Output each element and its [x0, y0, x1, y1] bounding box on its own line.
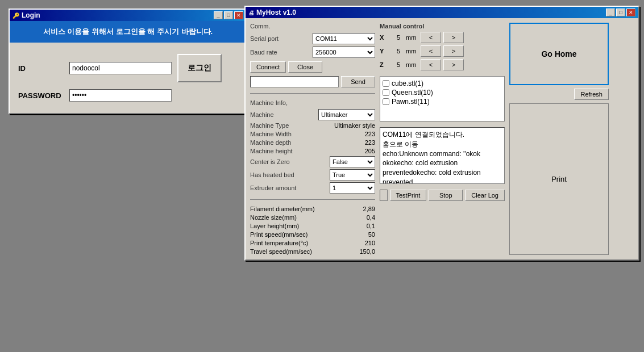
filament-row: Filament diameter(mm) 2,89 — [250, 206, 375, 212]
app-icon: 🖨 — [248, 10, 254, 16]
app-win-controls: _ □ ✕ — [606, 9, 635, 16]
login-button[interactable]: 로그인 — [177, 54, 222, 82]
app-maximize-button[interactable]: □ — [616, 9, 625, 16]
machine-depth-label: Machine depth — [250, 139, 291, 146]
list-item[interactable]: Pawn.stl(11) — [383, 97, 502, 106]
refresh-button[interactable]: Refresh — [574, 89, 609, 100]
stop-button[interactable]: Stop — [429, 190, 463, 201]
machine-depth-row: Machine depth 223 — [250, 139, 375, 146]
y-right-button[interactable]: > — [443, 45, 464, 57]
connect-button[interactable]: Connect — [250, 61, 286, 73]
center-zero-select[interactable]: FalseTrue — [330, 156, 375, 167]
print-speed-label: Print speed(mm/sec) — [250, 231, 308, 238]
comm-btn-row: Connect Close — [250, 61, 375, 73]
y-axis-value: 5 — [393, 48, 404, 55]
login-titlebar: 🔑 Login _ □ ✕ — [10, 10, 246, 21]
serial-port-select[interactable]: COM11 — [313, 33, 375, 44]
machine-label: Machine — [250, 111, 274, 118]
machine-section: Machine Info, Machine Ultimaker Machine … — [250, 99, 375, 194]
layer-height-row: Layer height(mm) 0,1 — [250, 223, 375, 229]
extruder-select[interactable]: 123 — [330, 182, 375, 194]
nozzle-value: 0,4 — [367, 214, 375, 221]
baud-rate-select[interactable]: 256000 — [313, 47, 375, 58]
comm-section-label: Comm. — [250, 23, 375, 30]
login-body: ID 로그인 PASSWORD — [10, 43, 246, 113]
app-minimize-button[interactable]: _ — [606, 9, 615, 16]
z-axis-label: Z — [380, 61, 391, 68]
x-right-button[interactable]: > — [443, 32, 464, 43]
close-button[interactable]: Close — [288, 61, 322, 73]
right-panel: Go Home Refresh Print — [509, 23, 609, 255]
login-minimize-button[interactable]: _ — [214, 11, 223, 19]
login-password-row: PASSWORD — [18, 89, 238, 102]
heated-bed-row: Has heated bed TrueFalse — [250, 169, 375, 181]
left-panel: Comm. Serial port COM11 Baud rate 256000… — [250, 23, 375, 255]
go-home-button[interactable]: Go Home — [509, 23, 609, 85]
middle-panel: Manual control X 5 mm < > Y 5 mm < > Z — [380, 23, 505, 255]
app-title-left: 🖨 MyHost v1.0 — [248, 9, 296, 16]
extruder-label: Extruder amount — [250, 185, 296, 191]
file-name: Pawn.stl(11) — [392, 98, 430, 106]
app-close-button[interactable]: ✕ — [626, 9, 635, 16]
y-axis-label: Y — [380, 48, 391, 55]
progress-bar — [380, 190, 388, 201]
nozzle-row: Nozzle size(mm) 0,4 — [250, 214, 375, 221]
send-input[interactable] — [250, 76, 339, 87]
file-checkbox[interactable] — [383, 80, 389, 87]
baud-rate-label: Baud rate — [250, 49, 290, 56]
machine-type-row: Machine Type Ultimaker style — [250, 122, 375, 129]
travel-speed-row: Travel speed(mm/sec) 150,0 — [250, 248, 375, 255]
print-temp-value: 210 — [365, 240, 375, 246]
print-speed-row: Print speed(mm/sec) 50 — [250, 231, 375, 238]
send-button[interactable]: Send — [341, 76, 375, 87]
app-window: 🖨 MyHost v1.0 _ □ ✕ Comm. Serial port CO… — [244, 6, 639, 261]
list-item[interactable]: cube.stl(1) — [383, 79, 502, 88]
login-maximize-button[interactable]: □ — [224, 11, 233, 19]
app-titlebar: 🖨 MyHost v1.0 _ □ ✕ — [246, 7, 638, 18]
clear-log-button[interactable]: Clear Log — [465, 190, 505, 201]
login-icon: 🔑 — [13, 12, 19, 19]
file-checkbox[interactable] — [383, 98, 389, 105]
login-password-input[interactable] — [69, 89, 172, 102]
machine-depth-value: 223 — [365, 139, 375, 146]
file-checkbox[interactable] — [383, 89, 389, 96]
login-id-input[interactable] — [69, 62, 172, 74]
center-zero-row: Center is Zero FalseTrue — [250, 156, 375, 167]
heated-bed-label: Has heated bed — [250, 171, 294, 178]
list-item[interactable]: Queen.stl(10) — [383, 88, 502, 97]
travel-speed-label: Travel speed(mm/sec) — [250, 248, 312, 255]
filament-label: Filament diameter(mm) — [250, 206, 315, 212]
divider-2 — [250, 199, 375, 200]
machine-select[interactable]: Ultimaker — [318, 109, 375, 120]
z-right-button[interactable]: > — [443, 59, 464, 70]
bottom-buttons: TestPrint Stop Clear Log — [380, 190, 505, 201]
print-temp-row: Print temperature(°c) 210 — [250, 240, 375, 246]
x-axis-value: 5 — [393, 34, 404, 41]
y-axis-unit: mm — [406, 48, 418, 55]
log-line: echo:Unknown command: ''okok — [383, 149, 502, 159]
test-print-button[interactable]: TestPrint — [390, 190, 427, 201]
login-title-left: 🔑 Login — [13, 11, 40, 19]
machine-width-label: Machine Width — [250, 131, 292, 137]
send-btn-row: Send — [250, 76, 375, 87]
z-axis-unit: mm — [406, 61, 418, 68]
z-axis-value: 5 — [393, 61, 404, 68]
x-left-button[interactable]: < — [421, 32, 441, 43]
heated-bed-select[interactable]: TrueFalse — [330, 169, 375, 181]
y-left-button[interactable]: < — [421, 45, 441, 57]
divider-1 — [250, 93, 375, 94]
machine-type-value: Ultimaker style — [334, 122, 375, 129]
login-title: Login — [22, 11, 40, 19]
file-list-section: cube.stl(1)Queen.stl(10)Pawn.stl(11) — [380, 76, 505, 121]
login-win-controls: _ □ ✕ — [214, 11, 243, 19]
nozzle-label: Nozzle size(mm) — [250, 214, 297, 221]
machine-row: Machine Ultimaker — [250, 109, 375, 120]
print-button[interactable]: Print — [509, 103, 609, 255]
file-name: Queen.stl(10) — [392, 89, 433, 97]
params-section: Filament diameter(mm) 2,89 Nozzle size(m… — [250, 206, 375, 255]
login-close-button[interactable]: ✕ — [234, 11, 243, 19]
file-name: cube.stl(1) — [392, 79, 423, 87]
x-axis-unit: mm — [406, 34, 418, 41]
z-left-button[interactable]: < — [421, 59, 441, 70]
z-axis-row: Z 5 mm < > — [380, 59, 505, 70]
